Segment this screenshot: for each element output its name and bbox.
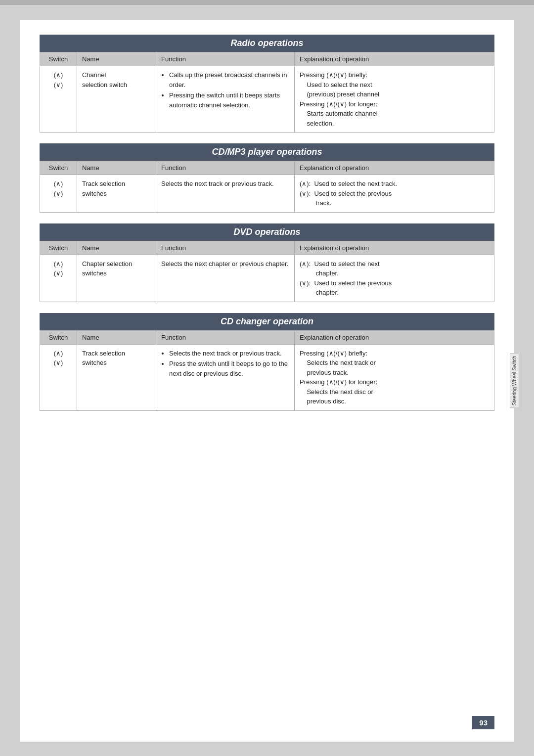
function-cell-cdchanger: Selects the next track or previous track… [156, 344, 295, 410]
name-cell-dvd: Chapter selectionswitches [77, 255, 156, 302]
section-title-cdchanger: CD changer operation [40, 313, 494, 330]
section-dvd: DVD operations Switch Name Function Expl… [40, 223, 494, 302]
switch-up-cdchanger: (∧) [45, 349, 72, 358]
section-cdchanger: CD changer operation Switch Name Functio… [40, 313, 494, 411]
header-function-cdmp3: Function [156, 161, 295, 175]
switch-up-cdmp3: (∧) [45, 179, 72, 189]
function-cell-dvd: Selects the next chapter or previous cha… [156, 255, 295, 302]
header-switch-radio: Switch [40, 52, 77, 66]
name-cell-cdmp3: Track selectionswitches [77, 175, 156, 213]
header-explanation-cdmp3: Explanation of operation [295, 161, 494, 175]
switch-down-cdmp3: (∨) [45, 189, 72, 199]
header-function-radio: Function [156, 52, 295, 66]
table-row: (∧) (∨) Track selectionswitches Selects … [40, 344, 494, 410]
switch-cell-dvd: (∧) (∨) [40, 255, 77, 302]
table-radio: Switch Name Function Explanation of oper… [40, 52, 494, 133]
explanation-cell-dvd: (∧): Used to select the next chapter. (∨… [295, 255, 494, 302]
switch-up-dvd: (∧) [45, 259, 72, 269]
switch-cell-radio: (∧) (∨) [40, 66, 77, 133]
table-row: (∧) (∨) Chapter selectionswitches Select… [40, 255, 494, 302]
header-explanation-dvd: Explanation of operation [295, 241, 494, 255]
header-name-cdchanger: Name [77, 330, 156, 344]
switch-down-cdchanger: (∨) [45, 358, 72, 368]
table-dvd: Switch Name Function Explanation of oper… [40, 241, 494, 302]
explanation-cell-cdmp3: (∧): Used to select the next track. (∨):… [295, 175, 494, 213]
header-switch-cdmp3: Switch [40, 161, 77, 175]
function-cell-cdmp3: Selects the next track or previous track… [156, 175, 295, 213]
top-bar [0, 0, 534, 5]
section-title-radio: Radio operations [40, 35, 494, 52]
header-switch-cdchanger: Switch [40, 330, 77, 344]
header-switch-dvd: Switch [40, 241, 77, 255]
switch-up-radio: (∧) [45, 70, 72, 80]
table-cdchanger: Switch Name Function Explanation of oper… [40, 330, 494, 411]
page-content: Radio operations Switch Name Function Ex… [20, 20, 514, 742]
header-function-cdchanger: Function [156, 330, 295, 344]
header-name-dvd: Name [77, 241, 156, 255]
section-title-cdmp3: CD/MP3 player operations [40, 143, 494, 161]
switch-down-radio: (∨) [45, 80, 72, 90]
explanation-cell-radio: Pressing (∧)/(∨) briefly: Used to select… [295, 66, 494, 133]
explanation-cell-cdchanger: Pressing (∧)/(∨) briefly: Selects the ne… [295, 344, 494, 410]
side-label: Steering Wheel Switch [510, 354, 519, 408]
header-explanation-radio: Explanation of operation [295, 52, 494, 66]
section-radio: Radio operations Switch Name Function Ex… [40, 35, 494, 133]
table-cdmp3: Switch Name Function Explanation of oper… [40, 161, 494, 213]
section-title-dvd: DVD operations [40, 223, 494, 241]
section-cdmp3: CD/MP3 player operations Switch Name Fun… [40, 143, 494, 213]
header-name-cdmp3: Name [77, 161, 156, 175]
header-function-dvd: Function [156, 241, 295, 255]
switch-cell-cdchanger: (∧) (∨) [40, 344, 77, 410]
function-item-2-radio: Pressing the switch until it beeps start… [169, 90, 289, 110]
switch-cell-cdmp3: (∧) (∨) [40, 175, 77, 213]
function-cell-radio: Calls up the preset broadcast channels i… [156, 66, 295, 133]
page-number: 93 [472, 716, 494, 729]
table-row: (∧) (∨) Track selectionswitches Selects … [40, 175, 494, 213]
name-cell-radio: Channelselection switch [77, 66, 156, 133]
function-item-1-radio: Calls up the preset broadcast channels i… [169, 70, 289, 89]
table-row: (∧) (∨) Channelselection switch Calls up… [40, 66, 494, 133]
switch-down-dvd: (∨) [45, 268, 72, 278]
header-name-radio: Name [77, 52, 156, 66]
function-item-1-cdchanger: Selects the next track or previous track… [169, 349, 289, 358]
function-item-2-cdchanger: Press the switch until it beeps to go to… [169, 359, 289, 378]
name-cell-cdchanger: Track selectionswitches [77, 344, 156, 410]
header-explanation-cdchanger: Explanation of operation [295, 330, 494, 344]
